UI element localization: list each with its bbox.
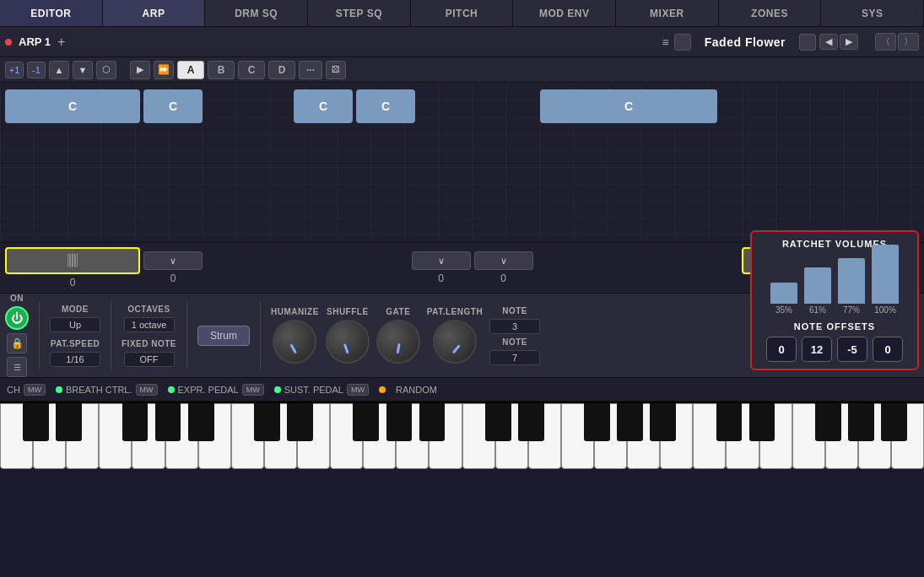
menu-button[interactable]: ≡ <box>661 34 671 51</box>
gate-knob[interactable] <box>376 320 420 364</box>
velocity-slider-1[interactable]: 𝄁𝄁𝄁𝄁 <box>5 247 140 274</box>
ratchet-bar-2[interactable]: 61% <box>804 267 831 315</box>
black-key-0[interactable] <box>23 403 49 441</box>
black-key-5[interactable] <box>254 403 280 441</box>
arp-add-button[interactable]: + <box>57 35 65 50</box>
black-key-19[interactable] <box>881 403 907 441</box>
arp-active-dot <box>5 39 12 46</box>
lock-button[interactable]: 🔒 <box>7 333 27 353</box>
black-key-18[interactable] <box>848 403 874 441</box>
sust-mw-badge[interactable]: MW <box>347 384 369 396</box>
black-key-9[interactable] <box>419 403 446 441</box>
pattern-b-button[interactable]: B <box>208 61 235 79</box>
pattern-a-button[interactable]: A <box>177 61 204 79</box>
divider-4 <box>260 302 261 369</box>
shuffle-knob[interactable] <box>326 320 370 364</box>
preset-box[interactable] <box>799 34 816 51</box>
tab-arp[interactable]: ARP <box>103 0 206 26</box>
tab-zones[interactable]: ZONES <box>719 0 822 26</box>
breath-mw-badge[interactable]: MW <box>136 384 158 396</box>
expr-mw-badge[interactable]: MW <box>242 384 264 396</box>
tab-step-sq[interactable]: STEP SQ <box>308 0 411 26</box>
tab-editor[interactable]: EDITOR <box>0 0 103 26</box>
pattern-notes: C C C C C <box>5 89 919 242</box>
offset-box-1[interactable]: 0 <box>766 337 797 362</box>
dropdown-1[interactable]: ∨ <box>143 251 203 270</box>
black-key-8[interactable] <box>386 403 413 441</box>
piano-keyboard[interactable]: // Generate white keys inline const pian… <box>0 402 924 469</box>
black-key-3[interactable] <box>155 403 181 441</box>
preset-checkbox[interactable] <box>674 34 691 51</box>
black-key-12[interactable] <box>584 403 610 441</box>
dice-button[interactable]: ⚄ <box>326 61 346 79</box>
status-breath-ctrl: BREATH CTRL. MW <box>56 384 158 396</box>
ratchet-bar-1[interactable]: 35% <box>770 283 797 315</box>
note-value-1[interactable]: 3 <box>489 319 540 334</box>
black-key-14[interactable] <box>650 403 676 441</box>
mode-value[interactable]: Up <box>50 317 100 332</box>
status-ch: CH MW <box>7 384 46 396</box>
prev-preset-button[interactable]: ◀ <box>819 34 838 50</box>
forward-button[interactable]: ⏩ <box>154 61 174 79</box>
offset-box-4[interactable]: 0 <box>873 337 903 362</box>
tab-drm-sq[interactable]: DRM SQ <box>205 0 308 26</box>
play-button[interactable]: ▶ <box>130 61 150 79</box>
ch-mw-badge[interactable]: MW <box>24 384 46 396</box>
ratchet-bar-3[interactable]: 77% <box>838 258 865 315</box>
pattern-d-button[interactable]: D <box>268 61 295 79</box>
black-key-6[interactable] <box>287 403 313 441</box>
arp-title: ARP 1 <box>19 35 51 48</box>
black-key-7[interactable] <box>353 403 379 441</box>
pattern-more-button[interactable]: ··· <box>299 61 322 79</box>
dropdown-3[interactable]: ∨ <box>474 251 533 270</box>
offset-box-2[interactable]: 12 <box>802 337 832 362</box>
black-key-13[interactable] <box>617 403 643 441</box>
list-button[interactable]: ☰ <box>7 357 27 377</box>
increment-plus-button[interactable]: +1 <box>5 62 24 78</box>
black-key-16[interactable] <box>749 403 775 441</box>
note-block-4[interactable]: C <box>356 89 415 123</box>
black-key-10[interactable] <box>485 403 511 441</box>
offset-box-3[interactable]: -5 <box>837 337 867 362</box>
note-column: NOTE 3 NOTE 7 <box>489 306 540 365</box>
octaves-value[interactable]: 1 octave <box>124 317 175 332</box>
humanize-knob[interactable] <box>273 320 316 364</box>
tab-mixer[interactable]: MIXER <box>616 0 719 26</box>
humanize-label: HUMANIZE <box>271 307 319 316</box>
black-key-17[interactable] <box>815 403 841 441</box>
slider-4-value: 0 <box>500 272 506 284</box>
note-block-1[interactable]: C <box>5 89 140 123</box>
tab-pitch[interactable]: PITCH <box>411 0 514 26</box>
pattern-c-button[interactable]: C <box>238 61 265 79</box>
chain-button[interactable]: ⬡ <box>96 61 116 79</box>
note-block-3[interactable]: C <box>294 89 353 123</box>
down-arrow-button[interactable]: ▼ <box>73 61 93 79</box>
shuffle-column: SHUFFLE <box>326 307 370 364</box>
up-arrow-button[interactable]: ▲ <box>49 61 69 79</box>
nav-left-button[interactable]: 〈 <box>875 33 896 51</box>
fixed-note-label: FIXED NOTE <box>122 339 176 348</box>
note-block-2[interactable]: C <box>143 89 203 123</box>
black-key-4[interactable] <box>188 403 214 441</box>
dropdown-2[interactable]: ∨ <box>412 251 471 270</box>
increment-minus-button[interactable]: -1 <box>27 62 46 78</box>
black-key-15[interactable] <box>716 403 743 441</box>
pat-length-knob[interactable] <box>433 320 477 364</box>
note-block-5[interactable]: C <box>540 89 717 123</box>
tab-mod-env[interactable]: MOD ENV <box>513 0 616 26</box>
ratchet-bar-4[interactable]: 100% <box>872 245 899 315</box>
status-bar: CH MW BREATH CTRL. MW EXPR. PEDAL MW SUS… <box>0 378 924 402</box>
note-value-2[interactable]: 7 <box>489 350 540 365</box>
humanize-knob-mark <box>289 344 297 354</box>
pat-speed-value[interactable]: 1/16 <box>50 352 100 367</box>
black-key-2[interactable] <box>122 403 149 441</box>
tab-sys[interactable]: SYS <box>821 0 924 26</box>
next-preset-button[interactable]: ▶ <box>840 34 858 50</box>
nav-right-button[interactable]: 〉 <box>898 33 919 51</box>
power-button[interactable]: ⏻ <box>5 306 29 330</box>
fixed-note-value[interactable]: OFF <box>124 352 175 367</box>
pat-speed-label: PAT.SPEED <box>51 339 100 348</box>
black-key-1[interactable] <box>56 403 82 441</box>
black-key-11[interactable] <box>518 403 544 441</box>
strum-button[interactable]: Strum <box>197 326 250 346</box>
